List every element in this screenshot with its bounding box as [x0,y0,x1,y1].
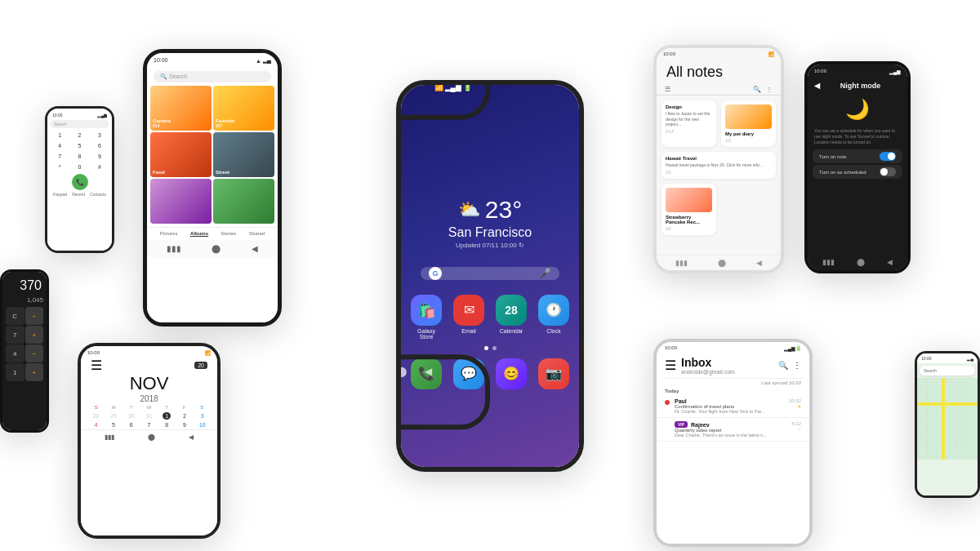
cal-6[interactable]: 6 [122,421,140,429]
night-toggle-now[interactable]: Turn on now [813,149,902,163]
app-clock[interactable]: 🕐 Clock [538,295,569,340]
app-calendar[interactable]: 28 Calendar [496,295,527,340]
key-3[interactable]: 3 [91,131,109,140]
gallery-cell-albums[interactable] [213,179,274,224]
key-1[interactable]: 1 [51,131,69,140]
tab-recent[interactable]: Recent [72,192,85,197]
tab-keypad[interactable]: Keypad [53,192,67,197]
cal-4[interactable]: 4 [87,421,105,429]
mic-icon[interactable]: 🎤 [540,268,551,278]
cal-7[interactable]: 7 [140,421,158,429]
note-hawaii[interactable]: Hawaii Travel Hawaii travel package to N… [662,152,776,179]
gallery-search[interactable]: 🔍 Search [154,71,271,82]
app-bitmoji[interactable]: 😊 [496,358,527,392]
cal-10[interactable]: 10 [194,421,211,429]
cal-nav-home[interactable]: ⬤ [148,433,155,441]
key-hash[interactable]: # [91,162,109,171]
calc-multiply[interactable]: × [25,326,44,344]
notes-nav-apps[interactable]: ▮▮▮ [675,259,688,267]
calc-7[interactable]: 7 [6,326,24,344]
key-0[interactable]: 0 [70,162,88,171]
call-button[interactable]: 📞 [72,174,88,190]
notes-menu-icon[interactable]: ☰ [665,86,670,93]
night-back-icon[interactable]: ◀ [814,82,820,90]
email-more-icon[interactable]: ⋮ [793,361,801,370]
gallery-nav-back[interactable]: ◀ [252,244,258,253]
email-item-paul[interactable]: Paul Confirmation of travel plans Hi, Ch… [657,395,809,418]
key-star[interactable]: * [51,162,69,171]
cal-nav-apps[interactable]: ▮▮▮ [105,433,114,441]
tab-shared[interactable]: Shared [249,231,265,237]
notes-more-icon[interactable]: ⋮ [766,86,773,93]
email-star-rajeev[interactable]: ☆ [791,426,801,432]
gallery-cell-street[interactable]: Street [213,132,274,177]
tab-albums[interactable]: Albums [190,231,208,237]
app-galaxy-store[interactable]: 🛍️ GalaxyStore [411,295,442,340]
notes-nav-home[interactable]: ⬤ [718,259,726,267]
cal-status-bar: 10:00 📶 [81,346,217,358]
night-nav-apps[interactable]: ▮▮▮ [822,258,835,266]
email-star-paul[interactable]: ★ [789,403,801,409]
cal-3[interactable]: 3 [194,412,211,420]
dialer-search[interactable]: Search [51,120,109,128]
note-design[interactable]: Design I flew to Japan to set the design… [662,100,716,147]
calc-plus[interactable]: + [25,363,44,381]
tab-stories[interactable]: Stories [221,231,237,237]
google-search-bar[interactable]: G 🎤 [421,267,559,280]
night-toggle-scheduled[interactable]: Turn on as scheduled [813,165,902,179]
note-pet-diary[interactable]: My pet diary 1/3 [721,100,776,147]
key-2[interactable]: 2 [70,131,88,140]
key-4[interactable]: 4 [51,141,69,150]
gallery-cell-pictures[interactable] [150,179,212,224]
map-area[interactable] [917,378,978,460]
night-nav-back[interactable]: ◀ [887,258,893,266]
cal-29[interactable]: 29 [105,412,122,420]
note-strawberry[interactable]: Strawberry Pancake Rec... 1/1 [662,184,716,235]
gallery-cell-camera[interactable]: Camera814 [150,86,212,131]
cal-2[interactable]: 2 [176,412,194,420]
cal-nav-back[interactable]: ◀ [189,433,194,441]
calc-clear[interactable]: C [6,307,24,325]
app-icons-row1: 🛍️ GalaxyStore ✉ Email 28 Calendar 🕐 Clo… [411,295,569,340]
calc-divide[interactable]: ÷ [25,307,44,325]
gallery-tabs: Pictures Albums Stories Shared [147,227,278,240]
notes-search-icon[interactable]: 🔍 [753,86,761,93]
cal-menu-icon[interactable]: ☰ [91,358,102,373]
notes-wifi: 📶 [768,51,774,57]
key-5[interactable]: 5 [70,141,88,150]
gallery-cell-favorite[interactable]: Favorite157 [213,86,274,131]
cal-28[interactable]: 28 [87,412,105,420]
key-7[interactable]: 7 [51,152,69,161]
cal-9[interactable]: 9 [176,421,194,429]
tab-contacts[interactable]: Contacts [90,192,106,197]
email-menu-icon[interactable]: ☰ [665,358,676,373]
cal-8[interactable]: 8 [158,421,176,429]
night-toggle-scheduled-label: Turn on as scheduled [819,170,866,175]
gallery-nav-apps[interactable]: ▮▮▮ [167,244,181,253]
night-toggle-scheduled-switch[interactable] [880,167,896,176]
night-toggle-now-switch[interactable] [880,152,896,161]
email-search-icon[interactable]: 🔍 [778,361,788,370]
key-9[interactable]: 9 [91,152,109,161]
nav-home-button[interactable]: ⬤ [401,366,407,418]
cal-31[interactable]: 31 [140,412,158,420]
app-email[interactable]: ✉ Email [453,295,484,340]
cal-30[interactable]: 30 [122,412,140,420]
notes-nav-back[interactable]: ◀ [756,259,762,267]
email-item-rajeev[interactable]: VIP Rajeev Quarterly sales report Dear C… [657,418,809,442]
calc-1[interactable]: 1 [6,363,24,381]
map-search[interactable]: Search [920,366,975,375]
key-8[interactable]: 8 [70,152,88,161]
night-nav-home[interactable]: ⬤ [857,258,865,266]
gallery-cell-food[interactable]: Food [150,132,212,177]
key-6[interactable]: 6 [91,141,109,150]
cal-5[interactable]: 5 [105,421,122,429]
gallery-nav-home[interactable]: ⬤ [212,244,220,253]
nav-back-button[interactable]: ◀ [425,366,432,418]
app-camera[interactable]: 📷 [538,358,569,392]
calc-4[interactable]: 4 [6,344,24,362]
tab-pictures[interactable]: Pictures [160,231,178,237]
calc-minus[interactable]: − [25,344,44,362]
cal-badge: 20 [194,362,207,369]
cal-1[interactable]: 1 [158,412,176,420]
